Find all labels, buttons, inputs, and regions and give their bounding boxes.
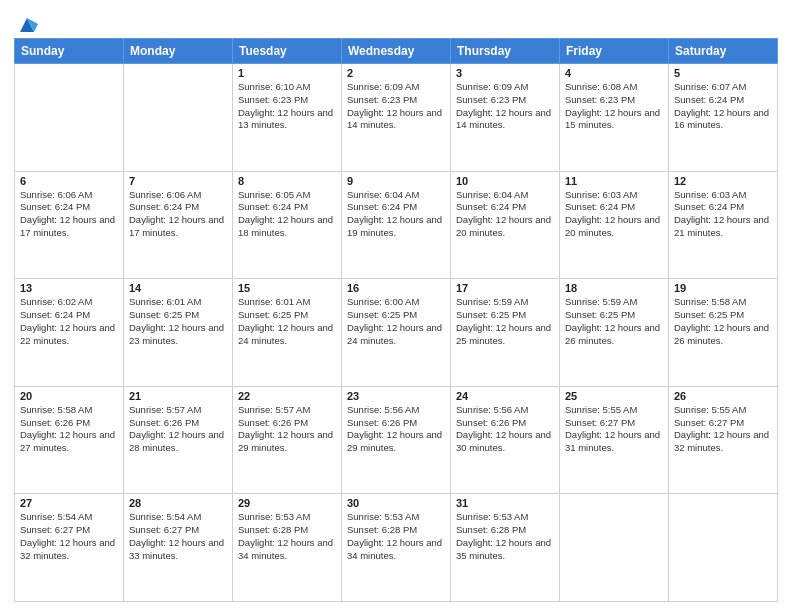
header [14, 10, 778, 32]
calendar-table: SundayMondayTuesdayWednesdayThursdayFrid… [14, 38, 778, 602]
day-info: Sunrise: 5:56 AMSunset: 6:26 PMDaylight:… [347, 404, 445, 455]
day-number: 20 [20, 390, 118, 402]
day-info: Sunrise: 5:53 AMSunset: 6:28 PMDaylight:… [456, 511, 554, 562]
day-number: 15 [238, 282, 336, 294]
day-number: 17 [456, 282, 554, 294]
weekday-header-row: SundayMondayTuesdayWednesdayThursdayFrid… [15, 39, 778, 64]
calendar-cell: 11Sunrise: 6:03 AMSunset: 6:24 PMDayligh… [560, 171, 669, 279]
calendar-cell: 25Sunrise: 5:55 AMSunset: 6:27 PMDayligh… [560, 386, 669, 494]
calendar-cell: 19Sunrise: 5:58 AMSunset: 6:25 PMDayligh… [669, 279, 778, 387]
calendar-cell: 10Sunrise: 6:04 AMSunset: 6:24 PMDayligh… [451, 171, 560, 279]
calendar-cell: 4Sunrise: 6:08 AMSunset: 6:23 PMDaylight… [560, 64, 669, 172]
calendar-cell: 1Sunrise: 6:10 AMSunset: 6:23 PMDaylight… [233, 64, 342, 172]
calendar-cell: 7Sunrise: 6:06 AMSunset: 6:24 PMDaylight… [124, 171, 233, 279]
day-info: Sunrise: 5:53 AMSunset: 6:28 PMDaylight:… [238, 511, 336, 562]
calendar-cell: 2Sunrise: 6:09 AMSunset: 6:23 PMDaylight… [342, 64, 451, 172]
calendar-cell: 15Sunrise: 6:01 AMSunset: 6:25 PMDayligh… [233, 279, 342, 387]
calendar-week-row: 13Sunrise: 6:02 AMSunset: 6:24 PMDayligh… [15, 279, 778, 387]
day-info: Sunrise: 6:01 AMSunset: 6:25 PMDaylight:… [238, 296, 336, 347]
calendar-cell: 26Sunrise: 5:55 AMSunset: 6:27 PMDayligh… [669, 386, 778, 494]
day-info: Sunrise: 6:04 AMSunset: 6:24 PMDaylight:… [347, 189, 445, 240]
calendar-week-row: 6Sunrise: 6:06 AMSunset: 6:24 PMDaylight… [15, 171, 778, 279]
day-info: Sunrise: 5:55 AMSunset: 6:27 PMDaylight:… [565, 404, 663, 455]
day-info: Sunrise: 6:10 AMSunset: 6:23 PMDaylight:… [238, 81, 336, 132]
calendar-cell [15, 64, 124, 172]
day-number: 8 [238, 175, 336, 187]
calendar-cell: 30Sunrise: 5:53 AMSunset: 6:28 PMDayligh… [342, 494, 451, 602]
calendar-cell: 29Sunrise: 5:53 AMSunset: 6:28 PMDayligh… [233, 494, 342, 602]
day-info: Sunrise: 5:56 AMSunset: 6:26 PMDaylight:… [456, 404, 554, 455]
calendar-cell: 5Sunrise: 6:07 AMSunset: 6:24 PMDaylight… [669, 64, 778, 172]
day-number: 5 [674, 67, 772, 79]
day-number: 26 [674, 390, 772, 402]
weekday-header-friday: Friday [560, 39, 669, 64]
day-info: Sunrise: 5:58 AMSunset: 6:26 PMDaylight:… [20, 404, 118, 455]
weekday-header-monday: Monday [124, 39, 233, 64]
calendar-cell: 27Sunrise: 5:54 AMSunset: 6:27 PMDayligh… [15, 494, 124, 602]
calendar-body: 1Sunrise: 6:10 AMSunset: 6:23 PMDaylight… [15, 64, 778, 602]
day-number: 11 [565, 175, 663, 187]
day-info: Sunrise: 6:03 AMSunset: 6:24 PMDaylight:… [565, 189, 663, 240]
day-number: 13 [20, 282, 118, 294]
day-number: 2 [347, 67, 445, 79]
calendar-cell: 6Sunrise: 6:06 AMSunset: 6:24 PMDaylight… [15, 171, 124, 279]
calendar-cell [669, 494, 778, 602]
calendar-cell: 17Sunrise: 5:59 AMSunset: 6:25 PMDayligh… [451, 279, 560, 387]
calendar-cell: 12Sunrise: 6:03 AMSunset: 6:24 PMDayligh… [669, 171, 778, 279]
calendar-cell: 3Sunrise: 6:09 AMSunset: 6:23 PMDaylight… [451, 64, 560, 172]
day-number: 18 [565, 282, 663, 294]
day-info: Sunrise: 6:07 AMSunset: 6:24 PMDaylight:… [674, 81, 772, 132]
calendar-cell: 31Sunrise: 5:53 AMSunset: 6:28 PMDayligh… [451, 494, 560, 602]
day-info: Sunrise: 6:09 AMSunset: 6:23 PMDaylight:… [347, 81, 445, 132]
day-number: 25 [565, 390, 663, 402]
day-info: Sunrise: 5:59 AMSunset: 6:25 PMDaylight:… [456, 296, 554, 347]
calendar-week-row: 27Sunrise: 5:54 AMSunset: 6:27 PMDayligh… [15, 494, 778, 602]
day-number: 23 [347, 390, 445, 402]
day-number: 22 [238, 390, 336, 402]
day-info: Sunrise: 6:03 AMSunset: 6:24 PMDaylight:… [674, 189, 772, 240]
day-info: Sunrise: 6:04 AMSunset: 6:24 PMDaylight:… [456, 189, 554, 240]
day-number: 31 [456, 497, 554, 509]
logo-icon [16, 14, 38, 36]
day-info: Sunrise: 6:00 AMSunset: 6:25 PMDaylight:… [347, 296, 445, 347]
day-info: Sunrise: 5:59 AMSunset: 6:25 PMDaylight:… [565, 296, 663, 347]
logo-area [14, 14, 38, 32]
weekday-header-thursday: Thursday [451, 39, 560, 64]
weekday-header-tuesday: Tuesday [233, 39, 342, 64]
day-number: 1 [238, 67, 336, 79]
day-info: Sunrise: 6:01 AMSunset: 6:25 PMDaylight:… [129, 296, 227, 347]
calendar-cell: 8Sunrise: 6:05 AMSunset: 6:24 PMDaylight… [233, 171, 342, 279]
calendar-week-row: 20Sunrise: 5:58 AMSunset: 6:26 PMDayligh… [15, 386, 778, 494]
day-number: 12 [674, 175, 772, 187]
calendar-cell: 13Sunrise: 6:02 AMSunset: 6:24 PMDayligh… [15, 279, 124, 387]
day-number: 30 [347, 497, 445, 509]
calendar-cell: 9Sunrise: 6:04 AMSunset: 6:24 PMDaylight… [342, 171, 451, 279]
day-info: Sunrise: 5:53 AMSunset: 6:28 PMDaylight:… [347, 511, 445, 562]
calendar-cell: 20Sunrise: 5:58 AMSunset: 6:26 PMDayligh… [15, 386, 124, 494]
calendar-cell: 23Sunrise: 5:56 AMSunset: 6:26 PMDayligh… [342, 386, 451, 494]
day-number: 14 [129, 282, 227, 294]
day-number: 10 [456, 175, 554, 187]
calendar-cell: 22Sunrise: 5:57 AMSunset: 6:26 PMDayligh… [233, 386, 342, 494]
day-info: Sunrise: 5:58 AMSunset: 6:25 PMDaylight:… [674, 296, 772, 347]
calendar-cell: 21Sunrise: 5:57 AMSunset: 6:26 PMDayligh… [124, 386, 233, 494]
day-number: 28 [129, 497, 227, 509]
day-number: 21 [129, 390, 227, 402]
calendar-week-row: 1Sunrise: 6:10 AMSunset: 6:23 PMDaylight… [15, 64, 778, 172]
day-info: Sunrise: 5:55 AMSunset: 6:27 PMDaylight:… [674, 404, 772, 455]
calendar-cell [560, 494, 669, 602]
calendar-header: SundayMondayTuesdayWednesdayThursdayFrid… [15, 39, 778, 64]
calendar-cell [124, 64, 233, 172]
day-number: 16 [347, 282, 445, 294]
day-info: Sunrise: 6:09 AMSunset: 6:23 PMDaylight:… [456, 81, 554, 132]
calendar-cell: 24Sunrise: 5:56 AMSunset: 6:26 PMDayligh… [451, 386, 560, 494]
weekday-header-sunday: Sunday [15, 39, 124, 64]
day-number: 4 [565, 67, 663, 79]
day-number: 27 [20, 497, 118, 509]
day-info: Sunrise: 6:06 AMSunset: 6:24 PMDaylight:… [129, 189, 227, 240]
calendar-cell: 16Sunrise: 6:00 AMSunset: 6:25 PMDayligh… [342, 279, 451, 387]
day-info: Sunrise: 6:06 AMSunset: 6:24 PMDaylight:… [20, 189, 118, 240]
day-info: Sunrise: 6:05 AMSunset: 6:24 PMDaylight:… [238, 189, 336, 240]
day-number: 24 [456, 390, 554, 402]
day-number: 19 [674, 282, 772, 294]
